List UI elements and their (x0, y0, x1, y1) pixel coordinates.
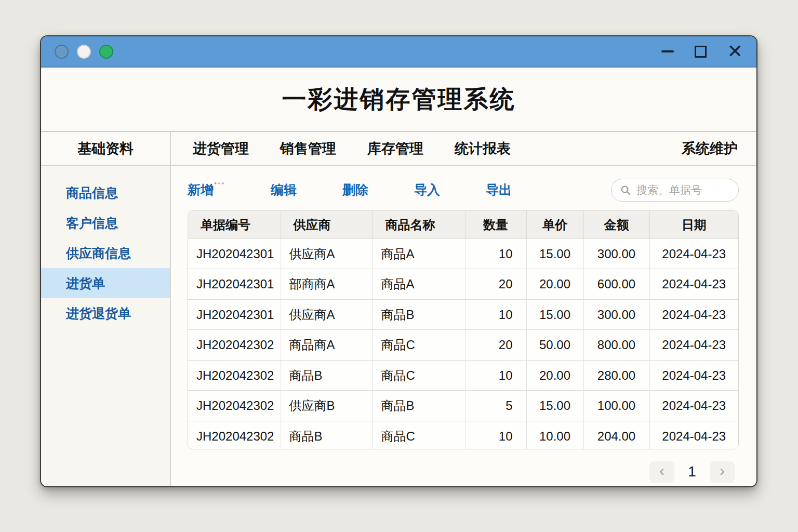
cell-price: 20.00 (526, 269, 583, 300)
cell-quantity: 10 (465, 299, 526, 330)
sidebar-item[interactable]: 进货单 (41, 268, 170, 298)
table-row[interactable]: JH202042302 商品B 商品C 10 10.00 204.00 2024… (188, 421, 738, 449)
window-dot-white-icon[interactable] (77, 45, 91, 59)
cell-quantity: 20 (465, 330, 526, 361)
cell-supplier: 部商商A (281, 269, 373, 300)
table-row[interactable]: JH202042302 商品B 商品C 10 20.00 280.00 2024… (188, 360, 738, 391)
col-header-price: 单价 (526, 211, 583, 238)
nav-item[interactable]: 库存管理 (367, 139, 423, 158)
traffic-lights (55, 45, 113, 59)
cell-supplier: 商品B (281, 360, 373, 391)
cell-product: 商品A (373, 269, 465, 300)
cell-price: 10.00 (526, 421, 583, 449)
search-box[interactable] (611, 179, 739, 202)
page-title: 一彩进销存管理系统 (282, 83, 516, 116)
cell-quantity: 10 (465, 360, 526, 391)
search-input[interactable] (636, 184, 731, 196)
sidebar-header: 基础资料 (41, 132, 171, 165)
current-page-number: 1 (686, 463, 698, 480)
top-nav: 基础资料 进货管理 销售管理 库存管理 统计报表 系统维护 (41, 131, 756, 166)
sidebar-item[interactable]: 供应商信息 (41, 238, 170, 268)
table-row[interactable]: JH202042301 部商商A 商品A 20 20.00 600.00 202… (188, 269, 738, 300)
import-button[interactable]: 导入 (414, 181, 440, 198)
next-page-button[interactable]: › (710, 461, 735, 482)
delete-button[interactable]: 删除 (342, 181, 368, 198)
window-dot-blue-icon[interactable] (55, 45, 69, 59)
titlebar: ✕ (41, 36, 756, 68)
cell-quantity: 5 (465, 391, 526, 421)
col-header-amount: 金额 (583, 211, 649, 238)
close-icon[interactable]: ✕ (727, 42, 743, 61)
col-header-date: 日期 (649, 211, 738, 238)
cell-order-no: JH202042301 (188, 299, 281, 330)
table-row[interactable]: JH202042302 商品商A 商品C 20 50.00 800.00 202… (188, 330, 738, 361)
window-dot-green-icon[interactable] (99, 45, 113, 59)
sidebar-item-label: 客户信息 (66, 215, 118, 232)
cell-product: 商品C (373, 421, 465, 449)
cell-date: 2024-04-23 (649, 360, 738, 391)
cell-price: 15.00 (526, 238, 583, 269)
cell-amount: 800.00 (583, 330, 649, 361)
window-controls: ✕ (661, 42, 743, 61)
cell-quantity: 10 (465, 421, 526, 449)
cell-product: 商品C (373, 360, 465, 391)
cell-supplier: 供应商A (281, 299, 373, 330)
maximize-icon[interactable] (694, 45, 708, 58)
cell-product: 商品B (373, 391, 465, 421)
prev-page-button[interactable]: ‹ (649, 461, 674, 482)
cell-order-no: JH202042301 (188, 238, 281, 269)
table-header-row: 单据编号 供应商 商品名称 数量 单价 金额 日期 (188, 211, 738, 238)
cell-amount: 100.00 (583, 391, 649, 421)
toolbar: 新增⁺⁺⁺ 编辑 删除 导入 导出 (188, 177, 739, 203)
table-row[interactable]: JH202042301 供应商A 商品A 10 15.00 300.00 202… (188, 238, 738, 269)
nav-item[interactable]: 统计报表 (455, 139, 511, 158)
cell-product: 商品B (373, 299, 465, 330)
pagination: ‹ 1 › (188, 458, 739, 486)
sidebar-item[interactable]: 客户信息 (41, 208, 170, 238)
sidebar-item[interactable]: 商品信息 (41, 178, 170, 208)
sidebar-item[interactable]: 进货退货单 (41, 298, 170, 328)
cell-amount: 300.00 (583, 238, 649, 269)
app-header: 一彩进销存管理系统 (41, 68, 756, 131)
col-header-order-no: 单据编号 (188, 211, 281, 238)
add-button-artifact: ⁺⁺⁺ (214, 181, 225, 188)
cell-product: 商品A (373, 238, 465, 269)
cell-quantity: 20 (465, 269, 526, 300)
cell-date: 2024-04-23 (649, 299, 738, 330)
cell-product: 商品C (373, 330, 465, 361)
content: 商品信息 客户信息 供应商信息 进货单 进货退货单 (41, 166, 756, 486)
cell-date: 2024-04-23 (649, 421, 738, 449)
nav-item[interactable]: 系统维护 (682, 139, 738, 158)
nav-items: 进货管理 销售管理 库存管理 统计报表 系统维护 (171, 132, 756, 165)
sidebar-item-label: 商品信息 (66, 184, 118, 202)
cell-order-no: JH202042302 (188, 330, 281, 361)
col-header-supplier: 供应商 (281, 211, 373, 238)
sidebar: 商品信息 客户信息 供应商信息 进货单 进货退货单 (41, 166, 171, 486)
purchase-table: 单据编号 供应商 商品名称 数量 单价 金额 日期 (188, 210, 739, 449)
table-row[interactable]: JH202042302 供应商B 商品B 5 15.00 100.00 2024… (188, 391, 738, 421)
cell-supplier: 供应商A (281, 238, 373, 269)
cell-amount: 280.00 (583, 360, 649, 391)
col-header-product: 商品名称 (373, 211, 465, 238)
cell-amount: 600.00 (583, 269, 649, 300)
cell-price: 15.00 (526, 391, 583, 421)
cell-price: 20.00 (526, 360, 583, 391)
cell-price: 50.00 (526, 330, 583, 361)
cell-order-no: JH202042302 (188, 360, 281, 391)
sidebar-item-label: 进货退货单 (66, 305, 131, 322)
cell-supplier: 供应商B (281, 391, 373, 421)
edit-button[interactable]: 编辑 (271, 181, 297, 198)
col-header-quantity: 数量 (465, 211, 526, 238)
table-row[interactable]: JH202042301 供应商A 商品B 10 15.00 300.00 202… (188, 299, 738, 330)
sidebar-item-label: 进货单 (66, 275, 105, 292)
nav-item[interactable]: 销售管理 (280, 139, 336, 158)
add-button[interactable]: 新增⁺⁺⁺ (188, 181, 225, 198)
cell-price: 15.00 (526, 299, 583, 330)
cell-amount: 300.00 (583, 299, 649, 330)
search-icon (620, 184, 631, 196)
cell-supplier: 商品B (281, 421, 373, 449)
cell-date: 2024-04-23 (649, 269, 738, 300)
nav-item[interactable]: 进货管理 (193, 139, 249, 158)
minimize-icon[interactable] (661, 45, 674, 58)
export-button[interactable]: 导出 (486, 181, 512, 198)
